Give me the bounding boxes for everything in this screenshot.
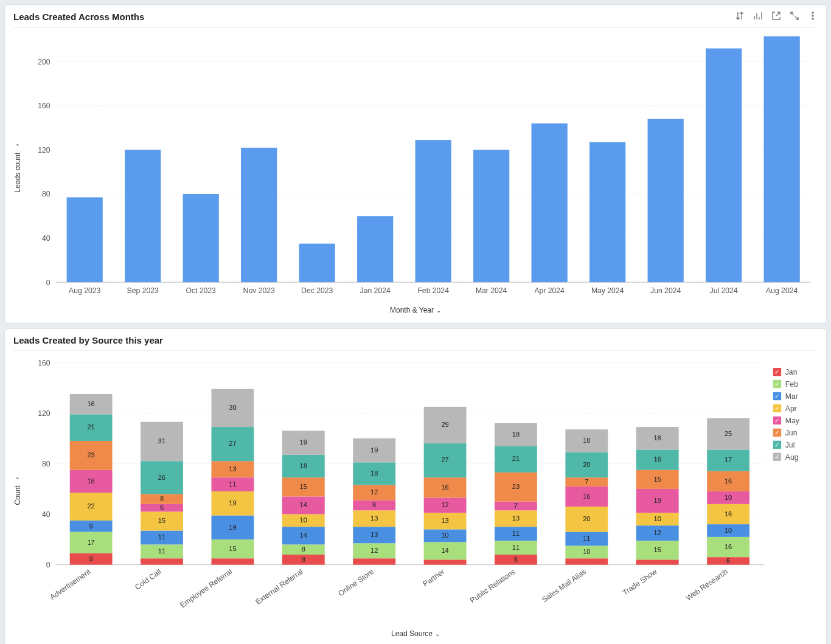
more-icon[interactable] (808, 11, 818, 23)
bar[interactable] (473, 150, 509, 282)
svg-text:18: 18 (300, 462, 307, 469)
bar[interactable] (648, 119, 684, 282)
svg-text:11: 11 (229, 480, 236, 488)
bar-segment[interactable] (636, 560, 679, 565)
svg-text:19: 19 (229, 500, 236, 507)
legend-item[interactable]: ✓May (773, 417, 800, 425)
bar[interactable] (241, 148, 277, 282)
panel-header: Leads Created Across Months (13, 11, 818, 28)
y-axis-label[interactable]: Count ⌄ (13, 356, 22, 625)
legend: ✓Jan✓Feb✓Mar✓Apr✓May✓Jun✓Jul✓Aug (773, 368, 800, 462)
svg-text:20: 20 (583, 461, 590, 468)
legend-item[interactable]: ✓Jan (773, 368, 798, 376)
chart-panel-leads-by-source: Leads Created by Source this year Count … (5, 329, 826, 644)
bar[interactable] (764, 36, 800, 282)
svg-text:160: 160 (38, 359, 50, 367)
svg-text:120: 120 (38, 409, 50, 418)
svg-text:Jul 2024: Jul 2024 (710, 286, 738, 295)
svg-text:18: 18 (512, 431, 520, 438)
svg-text:15: 15 (654, 476, 661, 483)
bar[interactable] (67, 197, 103, 282)
legend-item[interactable]: ✓Jun (773, 429, 798, 437)
svg-text:12: 12 (370, 489, 378, 496)
bar[interactable] (532, 123, 568, 282)
chevron-down-icon: ⌄ (15, 477, 21, 483)
bar[interactable] (589, 142, 625, 282)
expand-icon[interactable] (790, 11, 799, 23)
svg-text:Public Relations: Public Relations (468, 567, 517, 605)
svg-text:Oct 2023: Oct 2023 (186, 286, 216, 295)
svg-text:Sales Mail Alias: Sales Mail Alias (540, 567, 588, 604)
legend-item[interactable]: ✓Mar (773, 392, 798, 401)
svg-text:15: 15 (300, 483, 307, 490)
svg-text:13: 13 (370, 531, 378, 538)
svg-text:Mar: Mar (785, 392, 798, 401)
legend-item[interactable]: ✓Feb (773, 380, 798, 389)
svg-text:18: 18 (370, 470, 378, 477)
open-external-icon[interactable] (771, 11, 781, 23)
bar-segment[interactable] (141, 559, 183, 565)
bar-chart-icon[interactable] (753, 11, 763, 23)
svg-text:16: 16 (87, 400, 94, 407)
svg-text:Mar 2024: Mar 2024 (476, 286, 507, 295)
svg-text:7: 7 (585, 478, 588, 485)
svg-text:7: 7 (514, 502, 518, 510)
svg-text:13: 13 (512, 514, 520, 522)
legend-item[interactable]: ✓Jul (773, 441, 795, 449)
bar-segment[interactable] (424, 560, 467, 565)
svg-text:✓: ✓ (774, 441, 779, 448)
bar-segment[interactable] (565, 559, 608, 565)
svg-text:15: 15 (158, 518, 165, 525)
bar[interactable] (125, 150, 161, 282)
svg-text:18: 18 (654, 434, 661, 441)
svg-text:14: 14 (300, 502, 307, 509)
chart-title: Leads Created Across Months (13, 12, 144, 22)
bar[interactable] (357, 216, 393, 282)
svg-text:15: 15 (654, 546, 661, 553)
panel-actions (735, 11, 818, 23)
svg-text:160: 160 (38, 102, 50, 110)
svg-text:Feb: Feb (785, 380, 798, 389)
legend-item[interactable]: ✓Apr (773, 404, 797, 413)
svg-text:29: 29 (441, 421, 448, 429)
svg-text:19: 19 (654, 497, 661, 504)
svg-text:✓: ✓ (774, 429, 779, 436)
bar-chart-leads-months: 04080120160200Aug 2023Sep 2023Oct 2023No… (22, 33, 818, 302)
svg-text:31: 31 (158, 438, 165, 445)
bar[interactable] (183, 194, 219, 282)
x-axis-label[interactable]: Month & Year⌄ (13, 306, 818, 314)
svg-text:10: 10 (441, 532, 448, 539)
svg-text:0: 0 (46, 561, 50, 569)
bar-segment[interactable] (353, 559, 395, 565)
svg-text:Jul: Jul (785, 441, 795, 449)
svg-text:10: 10 (725, 527, 732, 534)
svg-text:✓: ✓ (774, 417, 779, 424)
svg-text:13: 13 (370, 514, 378, 522)
svg-text:6: 6 (726, 557, 730, 564)
svg-text:200: 200 (38, 58, 50, 66)
svg-text:19: 19 (300, 439, 307, 446)
bar-segment[interactable] (211, 559, 254, 565)
bar[interactable] (299, 244, 335, 282)
svg-text:13: 13 (441, 518, 448, 525)
svg-text:Trade Show: Trade Show (621, 567, 659, 597)
y-axis-label[interactable]: Leads count ⌄ (13, 33, 22, 302)
bar[interactable] (706, 49, 742, 283)
chart-title: Leads Created by Source this year (13, 335, 163, 345)
x-axis-label[interactable]: Lead Source⌄ (13, 629, 818, 638)
svg-text:19: 19 (229, 524, 236, 531)
svg-text:40: 40 (42, 234, 50, 243)
svg-text:9: 9 (89, 555, 93, 563)
svg-text:8: 8 (160, 495, 164, 502)
svg-text:80: 80 (42, 190, 50, 198)
svg-text:10: 10 (583, 549, 590, 556)
svg-text:11: 11 (512, 530, 520, 537)
chevron-down-icon: ⌄ (435, 631, 440, 637)
legend-item[interactable]: ✓Aug (773, 453, 799, 462)
bar[interactable] (415, 140, 451, 282)
svg-text:Online Store: Online Store (336, 567, 375, 598)
svg-text:Jan: Jan (785, 368, 798, 376)
svg-text:Jun 2024: Jun 2024 (650, 286, 681, 295)
svg-text:18: 18 (87, 477, 94, 485)
sort-icon[interactable] (735, 11, 745, 23)
